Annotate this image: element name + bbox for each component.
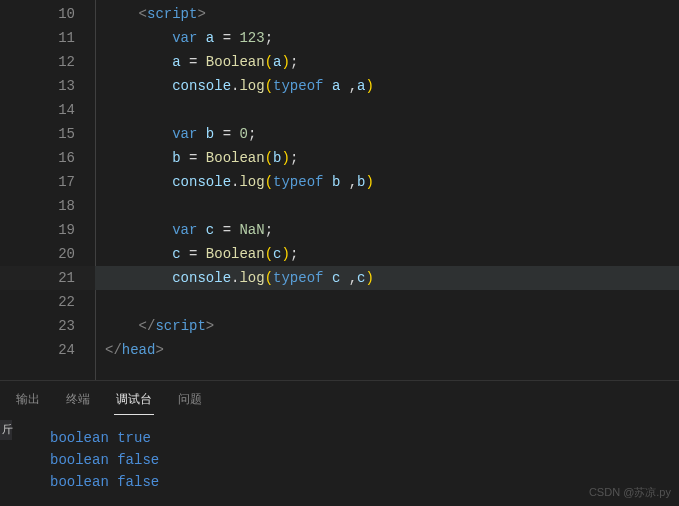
console-line: boolean false	[50, 471, 661, 493]
code-line[interactable]: console.log(typeof b ,b)	[95, 170, 679, 194]
line-number: 19	[0, 218, 75, 242]
code-line[interactable]	[95, 290, 679, 314]
line-number: 24	[0, 338, 75, 362]
code-line[interactable]	[95, 194, 679, 218]
panel-tabs: 输出 终端 调试台 问题	[0, 381, 679, 415]
line-number: 13	[0, 74, 75, 98]
watermark: CSDN @苏凉.py	[589, 485, 671, 500]
code-area[interactable]: <script> var a = 123; a = Boolean(a); co…	[95, 0, 679, 380]
line-number: 12	[0, 50, 75, 74]
code-line[interactable]	[95, 98, 679, 122]
tab-terminal[interactable]: 终端	[64, 387, 92, 415]
code-line[interactable]: b = Boolean(b);	[95, 146, 679, 170]
code-line[interactable]: var c = NaN;	[95, 218, 679, 242]
code-editor[interactable]: 101112131415161718192021222324 <script> …	[0, 0, 679, 380]
code-line[interactable]: c = Boolean(c);	[95, 242, 679, 266]
line-number: 15	[0, 122, 75, 146]
debug-console-output[interactable]: boolean trueboolean falseboolean false	[0, 415, 679, 505]
tab-output[interactable]: 输出	[14, 387, 42, 415]
code-line[interactable]: </script>	[95, 314, 679, 338]
line-number: 11	[0, 26, 75, 50]
line-number: 17	[0, 170, 75, 194]
console-line: boolean false	[50, 449, 661, 471]
code-line[interactable]: var b = 0;	[95, 122, 679, 146]
line-number: 21	[0, 266, 75, 290]
line-number: 18	[0, 194, 75, 218]
code-line[interactable]: console.log(typeof c ,c)	[95, 266, 679, 290]
code-line[interactable]: <script>	[95, 2, 679, 26]
bottom-panel: 输出 终端 调试台 问题 boolean trueboolean falsebo…	[0, 380, 679, 505]
code-line[interactable]: a = Boolean(a);	[95, 50, 679, 74]
line-number: 20	[0, 242, 75, 266]
tab-problems[interactable]: 问题	[176, 387, 204, 415]
line-number: 22	[0, 290, 75, 314]
tab-debug-console[interactable]: 调试台	[114, 387, 154, 415]
code-line[interactable]: console.log(typeof a ,a)	[95, 74, 679, 98]
line-number-gutter: 101112131415161718192021222324	[0, 0, 95, 380]
console-line: boolean true	[50, 427, 661, 449]
line-number: 16	[0, 146, 75, 170]
code-line[interactable]: </head>	[95, 338, 679, 362]
code-line[interactable]: var a = 123;	[95, 26, 679, 50]
line-number: 23	[0, 314, 75, 338]
line-number: 10	[0, 2, 75, 26]
sidebar-fragment: 斤	[0, 420, 12, 440]
line-number: 14	[0, 98, 75, 122]
